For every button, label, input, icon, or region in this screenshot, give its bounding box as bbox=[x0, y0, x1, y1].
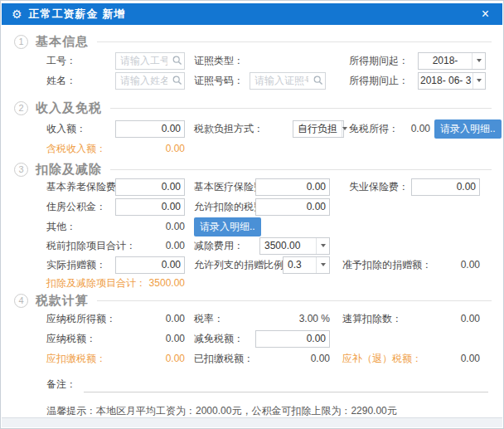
taxable-amount-label: 应纳税所得额： bbox=[46, 309, 116, 329]
certtype-label: 证照类型： bbox=[194, 51, 244, 71]
period-end-value: 2018- 06- 3 bbox=[419, 75, 472, 86]
taxfree-detail-cell: 请录入明细.. bbox=[434, 119, 502, 139]
withhold-value: 0.00 bbox=[115, 349, 185, 368]
period-end-dropdown[interactable]: 2018- 06- 3 bbox=[418, 72, 486, 90]
unemploy-input[interactable] bbox=[411, 178, 480, 196]
burden-label: 税款负担方式： bbox=[194, 119, 264, 139]
section-title: 基本信息 bbox=[36, 34, 89, 50]
expense-cell: 3500.00 bbox=[259, 236, 330, 256]
refund-value: 0.00 bbox=[414, 349, 480, 368]
withhold-label: 应扣缴税额： bbox=[46, 349, 106, 368]
section-number-badge: 4 bbox=[14, 294, 28, 308]
chevron-down-icon[interactable] bbox=[342, 121, 347, 137]
burden-cell: 自行负担 bbox=[293, 119, 344, 139]
ratio-dropdown[interactable]: 0.3 bbox=[283, 256, 330, 274]
medical-input[interactable] bbox=[255, 178, 330, 196]
pension-cell bbox=[115, 177, 185, 197]
unemploy-cell bbox=[411, 177, 480, 197]
rate-label: 税率： bbox=[194, 309, 224, 329]
row-tax-1: 应纳税所得额： 0.00 税率： 3.00 % 速算扣除数： 0.00 bbox=[1, 309, 503, 329]
gear-icon: ⚙ bbox=[12, 8, 22, 20]
taxfree-detail-button[interactable]: 请录入明细.. bbox=[434, 119, 502, 139]
section-title: 扣除及减除 bbox=[36, 162, 102, 178]
expense-value: 3500.00 bbox=[260, 240, 316, 251]
footer-bar bbox=[2, 417, 502, 427]
allowtax-cell bbox=[255, 197, 330, 217]
section-title: 税款计算 bbox=[36, 293, 89, 309]
chevron-down-icon[interactable] bbox=[472, 73, 485, 89]
ratio-cell: 0.3 bbox=[283, 255, 330, 275]
payable-label: 应纳税额： bbox=[46, 329, 96, 349]
certno-label: 证照号码： bbox=[194, 71, 244, 90]
search-icon[interactable] bbox=[313, 76, 323, 85]
other-detail-button[interactable]: 请录入明细.. bbox=[194, 217, 261, 236]
chevron-down-icon[interactable] bbox=[316, 257, 329, 273]
allowdonation-value: 0.00 bbox=[414, 255, 480, 275]
search-icon[interactable] bbox=[172, 76, 182, 85]
donation-input[interactable] bbox=[115, 256, 185, 274]
withheld-label: 已扣缴税额： bbox=[194, 349, 254, 368]
row-deduct-total: 扣除及减除项目合计： 3500.00 bbox=[1, 273, 503, 293]
donation-cell bbox=[115, 255, 185, 275]
close-icon[interactable]: × bbox=[478, 7, 492, 21]
reduce-input[interactable] bbox=[255, 330, 330, 348]
period-end-label: 所得期间止： bbox=[349, 71, 409, 90]
row-donation: 实际捐赠额： 允许列支的捐赠比例： 0.3 准予扣除的捐赠额： 0.00 bbox=[1, 255, 503, 275]
housing-label: 住房公积金： bbox=[46, 197, 106, 217]
remark-label: 备注： bbox=[46, 374, 76, 394]
income-amount-input[interactable] bbox=[115, 120, 185, 138]
withheld-value: 0.00 bbox=[255, 349, 330, 368]
name-label: 姓名： bbox=[46, 71, 76, 90]
section-number-badge: 1 bbox=[14, 35, 28, 49]
refund-label: 应补（退）税额： bbox=[342, 349, 422, 368]
taxable-amount-value: 0.00 bbox=[115, 309, 185, 329]
row-other: 其他： 0.00 请录入明细.. bbox=[1, 217, 503, 236]
row-tax-3: 应扣缴税额： 0.00 已扣缴税额： 0.00 应补（退）税额： 0.00 bbox=[1, 349, 503, 368]
page-title: 正常工资薪金 新增 bbox=[29, 7, 126, 22]
ratio-value: 0.3 bbox=[284, 259, 316, 271]
section-tax-header: 4 税款计算 bbox=[14, 291, 492, 310]
section-divider bbox=[97, 41, 492, 42]
section-divider bbox=[97, 300, 492, 301]
pension-input[interactable] bbox=[115, 178, 185, 196]
chevron-down-icon[interactable] bbox=[316, 238, 329, 254]
period-start-dropdown[interactable]: 2018- bbox=[418, 52, 486, 70]
period-end-cell: 2018- 06- 3 bbox=[418, 71, 486, 90]
row-remark: 备注： bbox=[1, 374, 503, 394]
expense-dropdown[interactable]: 3500.00 bbox=[259, 237, 330, 255]
income-amount-label: 收入额： bbox=[46, 119, 86, 139]
donation-label: 实际捐赠额： bbox=[46, 255, 106, 275]
unemploy-label: 失业保险费： bbox=[349, 177, 409, 197]
burden-dropdown[interactable]: 自行负担 bbox=[293, 120, 344, 138]
section-income-header: 2 收入及免税 bbox=[14, 99, 492, 117]
section-deduct-header: 3 扣除及减除 bbox=[14, 160, 492, 178]
section-number-badge: 2 bbox=[14, 101, 28, 115]
burden-value: 自行负担 bbox=[293, 122, 342, 136]
period-start-cell: 2018- bbox=[418, 51, 486, 71]
row-insurance-1: 基本养老保险费： 基本医疗保险费： 失业保险费： bbox=[1, 177, 503, 197]
row-tax-2: 应纳税额： 0.00 减免税额： bbox=[1, 329, 503, 349]
payable-value: 0.00 bbox=[115, 329, 185, 349]
section-divider bbox=[110, 108, 492, 109]
refund-label-text: 应补（退）税额： bbox=[342, 352, 422, 366]
section-number-badge: 3 bbox=[14, 163, 28, 177]
ratio-label: 允许列支的捐赠比例： bbox=[194, 255, 293, 275]
housing-input[interactable] bbox=[115, 198, 185, 216]
row-income: 收入额： 税款负担方式： 自行负担 免税所得： 0.00 请录入明细.. bbox=[1, 119, 503, 139]
row-empno: 工号： 证照类型： 所得期间起： 2018- bbox=[1, 51, 503, 71]
search-icon[interactable] bbox=[172, 56, 182, 66]
quick-deduction-value: 0.00 bbox=[414, 309, 480, 329]
dialog-normal-salary-add: ⚙ 正常工资薪金 新增 × 1 基本信息 工号： 证照类型： 所得期间起： 20… bbox=[0, 0, 504, 429]
remark-input[interactable] bbox=[84, 376, 488, 392]
other-value: 0.00 bbox=[115, 217, 185, 236]
pretax-total-value: 0.00 bbox=[115, 236, 185, 256]
chevron-down-icon[interactable] bbox=[472, 53, 485, 69]
period-start-label: 所得期间起： bbox=[349, 51, 409, 71]
allowtax-input[interactable] bbox=[255, 198, 330, 216]
row-insurance-2: 住房公积金： 允许扣除的税费： bbox=[1, 197, 503, 217]
empno-label: 工号： bbox=[46, 51, 76, 71]
housing-cell bbox=[115, 197, 185, 217]
row-pretax-total: 税前扣除项目合计： 0.00 减除费用： 3500.00 bbox=[1, 236, 503, 256]
period-start-value: 2018- bbox=[419, 55, 472, 66]
taxable-income-label: 含税收入额： bbox=[46, 139, 106, 158]
